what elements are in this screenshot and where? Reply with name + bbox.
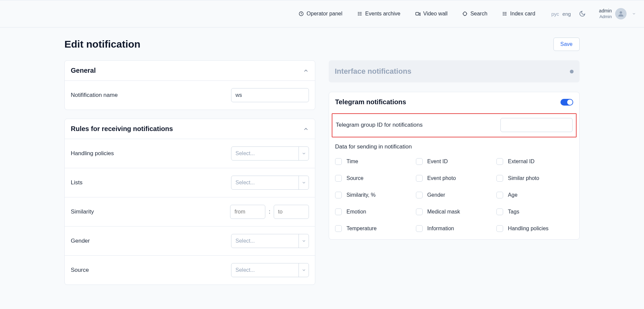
svg-point-17: [503, 13, 503, 14]
check-label: Similarity, %: [346, 192, 376, 198]
chevron-up-icon: [303, 68, 309, 74]
similarity-inputs: :: [230, 205, 309, 219]
language-switch: рус eng: [551, 11, 571, 17]
check-label: Handling policies: [508, 226, 548, 232]
svg-point-8: [463, 12, 467, 16]
lang-en[interactable]: eng: [562, 11, 571, 17]
nav-index-card[interactable]: Index card: [502, 11, 535, 17]
theme-toggle[interactable]: [579, 10, 586, 17]
rules-title: Rules for receiving notifications: [71, 125, 173, 133]
source-select[interactable]: Select...: [231, 263, 309, 277]
source-row: Source Select...: [65, 256, 315, 285]
user-menu[interactable]: admin Admin: [599, 8, 636, 19]
general-card: General Notifification name: [64, 60, 315, 110]
check-label: Temperature: [346, 226, 377, 232]
interface-notifications-panel[interactable]: Interface notifications: [329, 60, 580, 82]
svg-point-4: [358, 12, 358, 12]
checkbox-icon: [416, 208, 423, 215]
user-login: admin: [599, 8, 612, 14]
range-separator: :: [269, 208, 270, 215]
nav-label: Search: [470, 11, 487, 17]
handling-policies-row: Handling policies Select...: [65, 139, 315, 168]
check-source[interactable]: Source: [335, 175, 412, 182]
source-label: Source: [71, 267, 89, 273]
nav-label: Index card: [510, 11, 535, 17]
lists-select[interactable]: Select...: [231, 176, 309, 190]
telegram-group-id-row: Telegram group ID for notifications: [332, 113, 577, 137]
page: Edit notification Save General Notifific…: [60, 27, 584, 298]
general-header[interactable]: General: [65, 61, 315, 81]
check-tags[interactable]: Tags: [496, 208, 573, 215]
select-placeholder: Select...: [231, 267, 299, 273]
notification-name-input[interactable]: [231, 88, 309, 102]
check-event-id[interactable]: Event ID: [416, 158, 493, 165]
check-medical-mask[interactable]: Medical mask: [416, 208, 493, 215]
telegram-check-grid: Time Event ID External ID Source Event p…: [329, 158, 579, 239]
general-title: General: [71, 67, 96, 74]
svg-point-18: [503, 15, 503, 15]
lang-ru[interactable]: рус: [551, 11, 559, 17]
checkbox-icon: [496, 192, 503, 198]
telegram-card: Telegram notifications Telegram group ID…: [329, 92, 580, 240]
interface-notifications-title: Interface notifications: [335, 67, 412, 76]
checkbox-icon: [496, 158, 503, 165]
check-age[interactable]: Age: [496, 192, 573, 198]
save-button[interactable]: Save: [553, 38, 580, 51]
checkbox-icon: [335, 225, 342, 232]
similarity-to-input[interactable]: [274, 205, 309, 219]
topbar: Operator panel Events archive Video wall…: [0, 0, 644, 27]
notification-name-label: Notifification name: [71, 92, 118, 99]
chevron-down-icon: [299, 234, 309, 248]
check-gender[interactable]: Gender: [416, 192, 493, 198]
page-title: Edit notification: [64, 39, 141, 50]
telegram-group-id-input[interactable]: [500, 118, 573, 132]
check-temperature[interactable]: Temperature: [335, 225, 412, 232]
checkbox-icon: [496, 225, 503, 232]
similarity-from-input[interactable]: [230, 205, 265, 219]
left-column: General Notifification name Rules for re…: [64, 60, 315, 285]
nav-label: Video wall: [423, 11, 448, 17]
check-emotion[interactable]: Emotion: [335, 208, 412, 215]
check-label: Age: [508, 192, 517, 198]
handling-policies-select[interactable]: Select...: [231, 146, 309, 161]
select-placeholder: Select...: [231, 238, 299, 244]
check-event-photo[interactable]: Event photo: [416, 175, 493, 182]
rules-header[interactable]: Rules for receiving notifications: [65, 119, 315, 139]
chevron-down-icon: [299, 147, 309, 160]
svg-rect-7: [416, 12, 419, 15]
check-label: External ID: [508, 159, 534, 165]
chevron-down-icon: [299, 176, 309, 189]
check-label: Emotion: [346, 209, 366, 215]
check-time[interactable]: Time: [335, 158, 412, 165]
telegram-title: Telegram notifications: [335, 98, 406, 106]
check-similar-photo[interactable]: Similar photo: [496, 175, 573, 182]
checkbox-icon: [335, 158, 342, 165]
check-label: Time: [346, 159, 358, 165]
telegram-header: Telegram notifications: [329, 92, 579, 112]
lists-row: Lists Select...: [65, 168, 315, 197]
checkbox-icon: [335, 192, 342, 198]
nav-video-wall[interactable]: Video wall: [415, 11, 448, 17]
check-information[interactable]: Information: [416, 225, 493, 232]
rules-card: Rules for receiving notifications Handli…: [64, 119, 315, 285]
check-handling-policies[interactable]: Handling policies: [496, 225, 573, 232]
nav-label: Operator panel: [307, 11, 342, 17]
check-label: Source: [346, 175, 364, 181]
clock-icon: [299, 11, 304, 16]
similarity-row: Similarity :: [65, 197, 315, 227]
telegram-group-id-label: Telegram group ID for notifications: [336, 122, 423, 128]
gender-row: Gender Select...: [65, 227, 315, 256]
check-label: Event ID: [427, 159, 448, 165]
telegram-toggle[interactable]: [560, 99, 573, 106]
nav-events-archive[interactable]: Events archive: [357, 11, 400, 17]
checkbox-icon: [416, 225, 423, 232]
telegram-data-section: Data for sending in notification: [329, 141, 579, 150]
check-similarity-pct[interactable]: Similarity, %: [335, 192, 412, 198]
nav-search[interactable]: Search: [462, 11, 487, 17]
checkbox-icon: [496, 175, 503, 182]
check-external-id[interactable]: External ID: [496, 158, 573, 165]
check-label: Gender: [427, 192, 445, 198]
nav-operator-panel[interactable]: Operator panel: [299, 11, 342, 17]
gender-select[interactable]: Select...: [231, 234, 309, 248]
video-icon: [415, 11, 421, 16]
